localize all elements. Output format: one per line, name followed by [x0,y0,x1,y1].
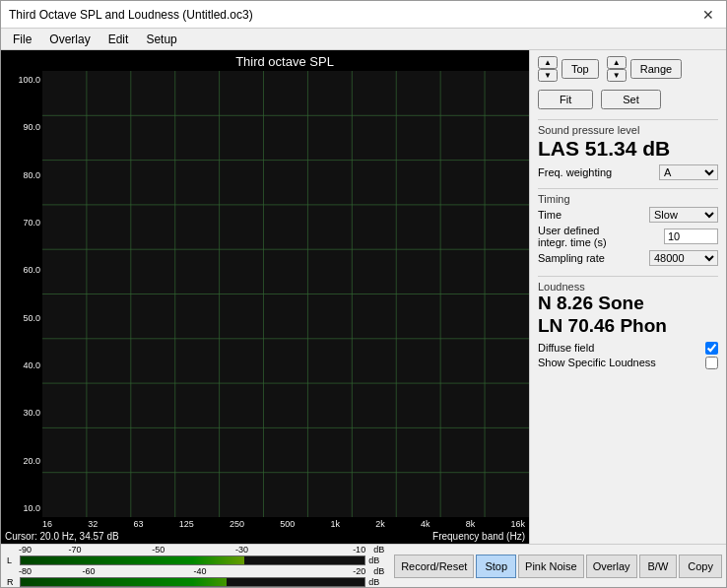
chart-area: Third octave SPL 100.0 90.0 80.0 70.0 60… [1,50,529,544]
l-channel-row: L dB [7,555,384,565]
y-label-10: 10.0 [5,503,40,513]
l-level-mask [244,556,364,564]
r-level-mask [227,578,364,586]
y-label-40: 40.0 [5,360,40,370]
main-window: Third Octave SPL and Loudness (Untitled.… [0,0,727,588]
menu-edit[interactable]: Edit [100,31,137,48]
y-label-90: 90.0 [5,122,40,132]
l-scale-label: -90 [19,545,32,555]
window-title: Third Octave SPL and Loudness (Untitled.… [9,8,253,22]
title-bar: Third Octave SPL and Loudness (Untitled.… [1,1,726,29]
overlay-button[interactable]: Overlay [586,555,637,578]
bottom-bar: -90 -70 -50 -30 -10 dB L dB -80 -60 [1,544,726,587]
user-integr-input[interactable] [664,229,718,244]
y-label-30: 30.0 [5,408,40,418]
x-label-16k: 16k [510,519,525,529]
time-select[interactable]: Slow Fast [649,207,718,223]
l-level-bar [20,555,365,565]
nav-controls: ▲ ▼ Top ▲ ▼ Range [538,56,718,82]
y-label-70: 70.0 [5,218,40,228]
l-scale-30: -30 [202,545,283,555]
freq-weighting-label: Freq. weighting [538,166,612,178]
x-label-500: 500 [280,519,295,529]
y-label-50: 50.0 [5,313,40,323]
x-label-2k: 2k [375,519,385,529]
r-scale-40: -40 [146,566,254,576]
bw-button[interactable]: B/W [639,555,678,578]
y-label-80: 80.0 [5,170,40,180]
l-channel-label: L [7,555,17,565]
diffuse-field-label: Diffuse field [538,342,594,354]
loudness-section: Loudness N 8.26 Sone LN 70.46 Phon Diffu… [538,276,718,371]
set-button[interactable]: Set [601,90,661,109]
top-down-button[interactable]: ▼ [538,69,558,82]
r-scale: -80 -60 -40 -20 dB [7,566,384,576]
menu-overlay[interactable]: Overlay [41,31,98,48]
time-label: Time [538,209,562,221]
r-channel-row: R dB [7,577,384,587]
loudness-label: Loudness [538,281,718,293]
l-unit-label: dB [368,555,384,565]
diffuse-field-checkbox[interactable] [705,342,718,355]
x-label-1k: 1k [330,519,340,529]
copy-button[interactable]: Copy [679,555,722,578]
l-scale-10: -10 [285,545,365,555]
l-scale-50: -50 [118,545,199,555]
l-unit: dB [368,545,384,555]
chart-footer: Cursor: 20.0 Hz, 34.57 dB Frequency band… [1,529,529,544]
menu-file[interactable]: File [5,31,39,48]
sampling-row: Sampling rate 48000 44100 [538,250,718,266]
range-button[interactable]: Range [630,59,682,79]
top-control: ▲ ▼ Top [538,56,599,82]
r-scale-20: -20 [257,566,365,576]
chart-canvas-area: dB ARTA [42,71,529,517]
level-meters: -90 -70 -50 -30 -10 dB L dB -80 -60 [1,542,390,589]
r-level-bar [20,577,365,587]
r-scale-60: -60 [34,566,143,576]
timing-section: Timing Time Slow Fast User defined integ… [538,188,718,268]
user-integr-row: User defined integr. time (s) [538,225,718,248]
spl-value: LAS 51.34 dB [538,136,718,161]
cursor-info: Cursor: 20.0 Hz, 34.57 dB [5,531,119,542]
close-button[interactable]: ✕ [698,5,718,25]
r-unit-label: dB [368,577,384,587]
r-unit: dB [368,566,384,576]
sampling-select[interactable]: 48000 44100 [649,250,718,266]
l-scale-70: -70 [34,545,115,555]
menu-setup[interactable]: Setup [138,31,184,48]
r-channel-label: R [7,577,17,587]
y-axis: 100.0 90.0 80.0 70.0 60.0 50.0 40.0 30.0… [1,71,42,517]
user-integr-label: User defined integr. time (s) [538,225,627,248]
fit-button[interactable]: Fit [538,90,593,109]
x-label-63: 63 [133,519,143,529]
top-arrows: ▲ ▼ [538,56,558,82]
x-label-4k: 4k [421,519,430,529]
range-arrows: ▲ ▼ [607,56,627,82]
diffuse-field-row: Diffuse field [538,342,718,355]
loudness-n-value: N 8.26 Sone [538,293,718,315]
main-content: Third octave SPL 100.0 90.0 80.0 70.0 60… [1,50,726,544]
range-down-button[interactable]: ▼ [607,69,627,82]
spl-section: Sound pressure level LAS 51.34 dB Freq. … [538,119,718,180]
stop-button[interactable]: Stop [476,555,516,578]
freq-weighting-select[interactable]: A C Z [659,164,718,180]
sampling-label: Sampling rate [538,252,605,264]
top-button[interactable]: Top [562,59,599,79]
show-specific-checkbox[interactable] [705,357,718,369]
record-reset-button[interactable]: Record/Reset [394,555,474,578]
right-panel: ▲ ▼ Top ▲ ▼ Range Fit Set [529,50,726,544]
y-label-20: 20.0 [5,456,40,466]
x-axis: 16 32 63 125 250 500 1k 2k 4k 8k 16k [1,517,529,529]
x-label-16: 16 [42,519,52,529]
range-up-button[interactable]: ▲ [607,56,627,69]
menu-bar: File Overlay Edit Setup [1,29,726,50]
pink-noise-button[interactable]: Pink Noise [518,555,584,578]
y-label-60: 60.0 [5,265,40,275]
show-specific-row: Show Specific Loudness [538,357,718,369]
x-label-32: 32 [88,519,98,529]
action-buttons: Record/Reset Stop Pink Noise Overlay B/W… [390,551,726,582]
top-up-button[interactable]: ▲ [538,56,558,69]
x-label-250: 250 [230,519,244,529]
x-axis-title: Frequency band (Hz) [432,531,525,542]
time-row: Time Slow Fast [538,207,718,223]
